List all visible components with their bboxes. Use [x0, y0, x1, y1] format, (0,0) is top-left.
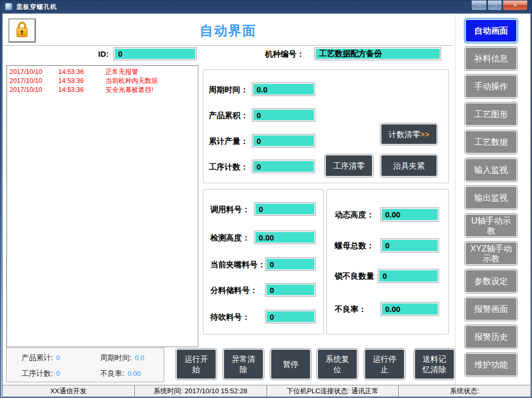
alarm-time: 14:53:36: [58, 77, 105, 86]
alarm-message: 正常无报警: [105, 68, 197, 77]
error-clear-button[interactable]: 异常清除: [223, 349, 264, 380]
blow-wait-part-field[interactable]: 0: [265, 310, 315, 323]
summary-value: 0.00: [127, 370, 141, 378]
product-accum-label: 产品累积：: [209, 111, 248, 121]
maximize-button[interactable]: □: [487, 1, 502, 11]
cycle-time-label: 周期时间：: [209, 85, 248, 95]
current-nozzle-part-label: 当前夹嘴料号：: [210, 260, 265, 270]
run-start-button[interactable]: 运行开始: [176, 349, 217, 380]
pause-label: 暂停: [283, 359, 299, 370]
status-system-time: 系统时间: 2017/10/10 15:52:28: [134, 385, 267, 396]
blow-wait-part-label: 待吹料号：: [210, 312, 250, 322]
alarm-message: 当前机种内无数据: [105, 77, 197, 86]
run-stop-label: 运行停止: [371, 354, 398, 375]
nut-total-field[interactable]: 0: [381, 239, 439, 252]
summary-defect-rate: 不良率:0.00: [100, 369, 141, 379]
sidebar-item-maintenance[interactable]: 维护功能: [465, 353, 517, 376]
summary-process-count: 工序计数:0: [22, 369, 60, 379]
sidebar-item-process-graphic[interactable]: 工艺图形: [465, 102, 517, 126]
sidebar-item-process-data[interactable]: 工艺数据: [465, 130, 517, 154]
feed-memory-clear-button[interactable]: 送料记忆清除: [414, 349, 455, 380]
alarm-time: 14:53:36: [58, 86, 105, 95]
detect-height-label: 检测高度：: [210, 233, 250, 243]
summary-label: 工序计数:: [22, 369, 53, 378]
summary-product-accum: 产品累计:0: [22, 353, 60, 363]
total-output-label: 累计产量：: [209, 137, 248, 146]
id-field[interactable]: 0: [114, 48, 196, 60]
sidebar-item-output-monitor[interactable]: 输出监视: [465, 186, 517, 210]
sidebar-item-alarm-screen[interactable]: 报警画面: [465, 297, 517, 321]
nut-total-label: 螺母总数：: [335, 241, 374, 251]
status-plc-connection: 下位机PLC连接状态: 通讯正常: [267, 385, 399, 396]
call-part-field[interactable]: 0: [254, 203, 315, 215]
close-button[interactable]: ✕: [503, 1, 528, 11]
alarm-date: 2017/10/10: [8, 68, 58, 77]
summary-label: 周期时间:: [100, 353, 132, 362]
title-bar[interactable]: 盖板穿螺孔机 — □ ✕: [1, 1, 531, 13]
error-clear-label: 异常清除: [230, 354, 257, 375]
summary-panel: 产品累计:0 周期时间:0.0 工序计数:0 不良率:0.00: [6, 348, 164, 382]
app-window: 盖板穿螺孔机 — □ ✕: [0, 0, 532, 398]
summary-value: 0.0: [135, 354, 144, 362]
defect-rate-field[interactable]: 0.00: [381, 302, 439, 316]
model-number-label: 机种编号：: [265, 49, 304, 59]
cycle-time-field[interactable]: 0.0: [252, 83, 315, 96]
alarm-time: 14:53:36: [58, 68, 105, 77]
double-arrow-icon: >>: [420, 129, 430, 140]
header-divider: [3, 45, 453, 46]
status-system-state: 系统状态:: [398, 385, 530, 396]
page-title: 自动界面: [3, 22, 454, 39]
alarm-message: 安全光幕被遮挡!: [105, 86, 197, 95]
detect-height-field[interactable]: 0.00: [254, 231, 315, 244]
alarm-log-row: 2017/10/10 14:53:36 正常无报警: [8, 68, 197, 77]
process-count-field[interactable]: 0: [252, 160, 315, 173]
product-accum-field[interactable]: 0: [252, 109, 315, 121]
window-title: 盖板穿螺孔机: [16, 3, 57, 12]
dynamic-height-field[interactable]: 0.00: [381, 208, 439, 221]
summary-value: 0: [56, 354, 60, 362]
client-area: 自动界面 ID: 0 机种编号： 工艺数据配方备份 2017/10/10 14:…: [2, 13, 531, 397]
system-reset-label: 系统复位: [324, 354, 350, 375]
sidebar-item-xyz-axis-teach[interactable]: XYZ轴手动示教: [465, 242, 517, 265]
app-icon: [5, 3, 13, 11]
alarm-date: 2017/10/10: [8, 77, 58, 86]
sidebar-item-u-axis-teach[interactable]: U轴手动示教: [465, 214, 517, 237]
alarm-date: 2017/10/10: [8, 86, 58, 95]
summary-label: 产品累计:: [22, 353, 53, 362]
lock-defect-count-field[interactable]: 0: [378, 269, 439, 282]
current-nozzle-part-field[interactable]: 0: [265, 258, 315, 270]
call-part-label: 调用料号：: [210, 205, 250, 215]
count-clear-button[interactable]: 计数清零>>: [380, 123, 438, 145]
sidebar-item-auto-screen[interactable]: 自动画面: [465, 19, 517, 43]
minimize-button[interactable]: —: [471, 1, 487, 11]
alarm-log-panel[interactable]: 2017/10/10 14:53:36 正常无报警 2017/10/10 14:…: [6, 65, 198, 347]
sidebar-item-refill-info[interactable]: 补料信息: [465, 47, 517, 70]
id-label: ID:: [98, 49, 109, 58]
feed-memory-clear-label: 送料记忆清除: [421, 354, 448, 375]
model-number-field[interactable]: 工艺数据配方备份: [315, 48, 441, 60]
system-reset-button[interactable]: 系统复位: [317, 349, 358, 380]
count-clear-label: 计数清零: [389, 129, 420, 140]
process-count-label: 工序计数：: [209, 162, 248, 172]
pause-button[interactable]: 暂停: [270, 349, 311, 380]
summary-cycle-time: 周期时间:0.0: [100, 353, 144, 363]
process-clear-button[interactable]: 工序清零: [325, 154, 373, 177]
dynamic-height-label: 动态高度：: [335, 210, 374, 220]
counters-panel: 周期时间： 0.0 产品累积： 0 累计产量： 0 工序计数： 0 计数清零>>…: [203, 69, 449, 183]
fixture-clamp-button[interactable]: 治具夹紧: [380, 154, 438, 177]
run-stop-button[interactable]: 运行停止: [364, 349, 405, 380]
alarm-log-row: 2017/10/10 14:53:36 安全光幕被遮挡!: [8, 86, 197, 95]
sidebar-item-alarm-history[interactable]: 报警历史: [465, 325, 517, 349]
sidebar-item-manual-operation[interactable]: 手动操作: [465, 75, 517, 98]
total-output-field[interactable]: 0: [252, 134, 315, 147]
status-bar: XX通信开发 系统时间: 2017/10/10 15:52:28 下位机PLC连…: [3, 385, 530, 396]
summary-value: 0: [56, 370, 60, 378]
lock-defect-count-label: 锁不良数量：: [335, 271, 382, 281]
material-panel: 调用料号： 0 检测高度： 0.00 当前夹嘴料号： 0 分料储料号： 0 待吹…: [203, 189, 324, 334]
sidebar-item-input-monitor[interactable]: 输入监视: [465, 158, 517, 182]
alarm-log-row: 2017/10/10 14:53:36 当前机种内无数据: [8, 77, 197, 86]
defect-rate-label: 不良率：: [335, 305, 366, 315]
sidebar-item-parameter-set[interactable]: 参数设定: [465, 269, 517, 293]
divider-store-part-field[interactable]: 0: [265, 284, 315, 296]
summary-label: 不良率:: [100, 369, 124, 378]
